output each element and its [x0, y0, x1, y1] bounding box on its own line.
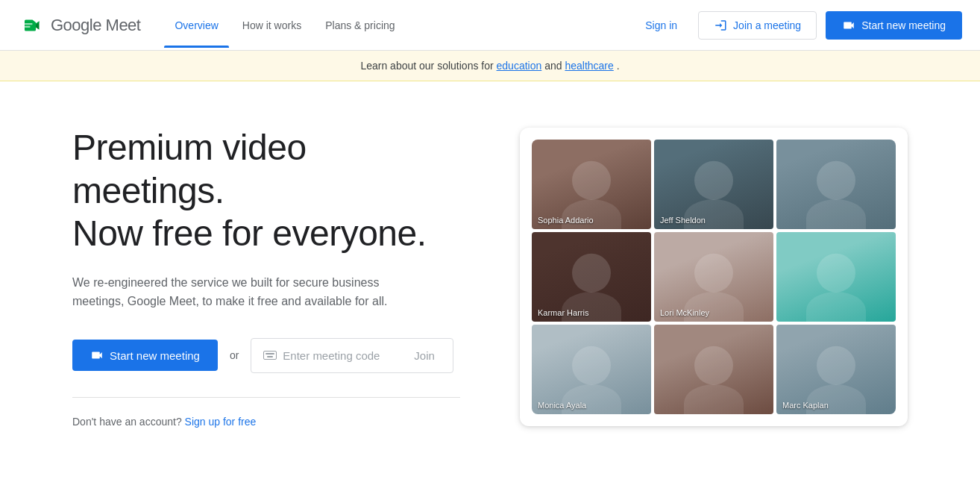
info-banner: Learn about our solutions for education …	[0, 51, 980, 81]
hero-title-line2: Now free for everyone.	[72, 213, 427, 253]
video-cell-5: Lori McKinley	[654, 232, 773, 322]
body-6	[806, 292, 866, 322]
hero-right: Sophia Addario Jeff Sheldon Karmar Harri	[520, 128, 908, 426]
hero-title: Premium video meetings. Now free for eve…	[72, 126, 460, 255]
video-cell-6	[776, 232, 896, 322]
body-8	[684, 384, 744, 414]
participant-name-1: Sophia Addario	[538, 216, 594, 225]
video-cell-7: Monica Ayala	[532, 325, 651, 414]
face-7	[572, 346, 611, 385]
face-4	[572, 254, 611, 293]
video-cell-9: Marc Kaplan	[776, 325, 896, 414]
meeting-code-field: Join	[251, 338, 453, 373]
hero-description: We re-engineered the service we built fo…	[72, 273, 415, 311]
face-9	[817, 346, 855, 385]
hero-title-line1: Premium video meetings.	[72, 128, 307, 210]
google-meet-logo-icon	[18, 12, 45, 39]
education-link[interactable]: education	[497, 60, 542, 72]
meeting-code-input[interactable]	[283, 349, 402, 362]
nav-overview[interactable]: Overview	[164, 13, 228, 37]
video-grid-container: Sophia Addario Jeff Sheldon Karmar Harri	[520, 128, 908, 426]
join-code-button[interactable]: Join	[408, 346, 441, 365]
banner-text-after: .	[617, 60, 620, 72]
video-cell-3	[776, 140, 896, 229]
no-account-text: Don't have an account?	[72, 416, 182, 428]
signup-text: Don't have an account? Sign up for free	[72, 416, 460, 428]
face-2	[694, 161, 733, 200]
nav-how-it-works[interactable]: How it works	[232, 13, 312, 37]
face-3	[817, 161, 855, 200]
video-cell-2: Jeff Sheldon	[654, 140, 773, 229]
video-grid: Sophia Addario Jeff Sheldon Karmar Harri	[532, 140, 896, 414]
join-meeting-button[interactable]: Join a meeting	[698, 11, 817, 40]
start-new-meeting-nav-label: Start new meeting	[861, 19, 946, 31]
banner-text-between: and	[544, 60, 565, 72]
participant-name-9: Marc Kaplan	[782, 401, 829, 410]
nav-links: Overview How it works Plans & pricing	[164, 13, 633, 37]
svg-rect-2	[25, 25, 31, 27]
nav-actions: Sign in Join a meeting Start new meeting	[633, 11, 962, 40]
face-6	[817, 254, 855, 293]
join-icon	[714, 19, 727, 32]
hero-actions: Start new meeting or Join	[72, 338, 460, 373]
participant-name-2: Jeff Sheldon	[660, 216, 706, 225]
video-cell-8	[654, 325, 773, 414]
start-hero-label: Start new meeting	[110, 349, 200, 362]
main-content: Premium video meetings. Now free for eve…	[0, 81, 980, 472]
face-5	[694, 254, 733, 293]
navbar: Google Meet Overview How it works Plans …	[0, 0, 980, 51]
body-3	[806, 199, 866, 229]
start-new-meeting-nav-button[interactable]: Start new meeting	[826, 11, 962, 40]
banner-text-before: Learn about our solutions for	[360, 60, 496, 72]
sign-in-button[interactable]: Sign in	[633, 13, 689, 38]
face-8	[694, 346, 733, 385]
face-1	[572, 161, 611, 200]
hero-left: Premium video meetings. Now free for eve…	[72, 126, 460, 428]
svg-rect-1	[25, 23, 33, 25]
divider	[72, 397, 460, 398]
healthcare-link[interactable]: healthcare	[565, 60, 613, 72]
nav-plans-pricing[interactable]: Plans & pricing	[315, 13, 405, 37]
participant-name-5: Lori McKinley	[660, 308, 709, 317]
start-new-meeting-hero-button[interactable]: Start new meeting	[72, 340, 218, 371]
or-separator: or	[230, 349, 239, 361]
logo-link[interactable]: Google Meet	[18, 12, 140, 39]
logo-text: Google Meet	[51, 16, 140, 35]
video-cell-4: Karmar Harris	[532, 232, 651, 322]
participant-name-7: Monica Ayala	[538, 401, 586, 410]
join-meeting-label: Join a meeting	[733, 19, 801, 31]
signup-link[interactable]: Sign up for free	[185, 416, 257, 428]
keyboard-icon	[263, 351, 277, 360]
video-icon-nav	[842, 19, 855, 32]
video-cell-1: Sophia Addario	[532, 140, 651, 229]
participant-name-4: Karmar Harris	[538, 308, 588, 317]
video-icon-hero	[90, 349, 104, 362]
